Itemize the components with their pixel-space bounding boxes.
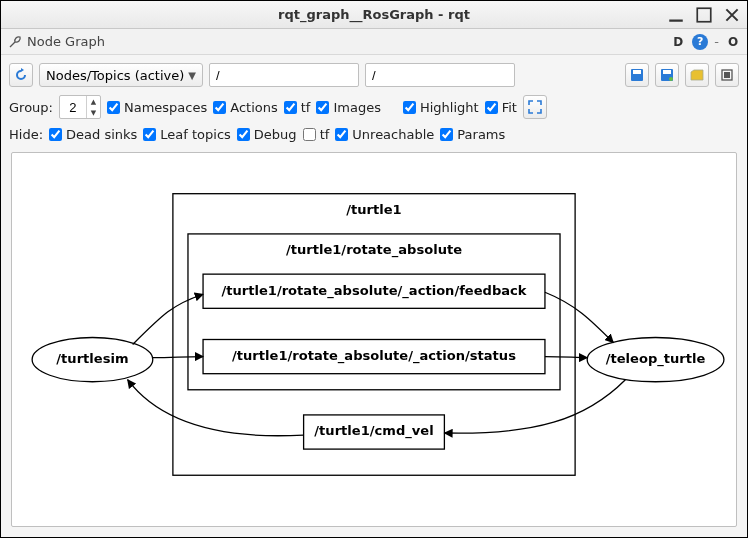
topic-cmdvel-label: /turtle1/cmd_vel: [314, 424, 433, 440]
close-button[interactable]: [723, 6, 741, 24]
svg-rect-8: [724, 72, 730, 78]
node-teleop-label: /teleop_turtle: [606, 351, 706, 367]
edge-feedback-teleop: [545, 292, 613, 342]
tf-group-checkbox[interactable]: tf: [284, 100, 311, 115]
view-mode-label: Nodes/Topics (active): [46, 68, 184, 83]
debug-checkbox-input[interactable]: [237, 128, 250, 141]
namespaces-checkbox[interactable]: Namespaces: [107, 100, 207, 115]
graph-canvas[interactable]: /turtle1 /turtle1/rotate_absolute /turtl…: [11, 152, 737, 527]
group-depth-input[interactable]: [60, 96, 86, 118]
actions-checkbox[interactable]: Actions: [213, 100, 278, 115]
hide-label: Hide:: [9, 127, 43, 142]
images-checkbox-input[interactable]: [316, 101, 329, 114]
svg-rect-1: [697, 8, 711, 22]
group-label: Group:: [9, 100, 53, 115]
unreachable-checkbox[interactable]: Unreachable: [335, 127, 434, 142]
help-icon[interactable]: ?: [692, 34, 708, 50]
toolbar-row-1: Nodes/Topics (active) ▼: [1, 55, 747, 91]
chevron-down-icon: ▼: [188, 70, 196, 81]
view-mode-combo[interactable]: Nodes/Topics (active) ▼: [39, 63, 203, 87]
save-dot-button[interactable]: [655, 63, 679, 87]
edge-status-teleop: [545, 357, 587, 358]
panel-title: Node Graph: [27, 34, 105, 49]
topic-feedback-label: /turtle1/rotate_absolute/_action/feedbac…: [221, 283, 526, 299]
unreachable-checkbox-input[interactable]: [335, 128, 348, 141]
wrench-icon[interactable]: [7, 34, 23, 50]
svg-rect-3: [633, 70, 641, 74]
debug-checkbox[interactable]: Debug: [237, 127, 297, 142]
highlight-checkbox-input[interactable]: [403, 101, 416, 114]
refresh-button[interactable]: [9, 63, 33, 87]
params-checkbox-input[interactable]: [440, 128, 453, 141]
fit-checkbox-input[interactable]: [485, 101, 498, 114]
params-checkbox[interactable]: Params: [440, 127, 505, 142]
tf-hide-checkbox-input[interactable]: [303, 128, 316, 141]
edge-turtlesim-feedback: [133, 294, 203, 344]
minimize-button[interactable]: [667, 6, 685, 24]
cluster-rotate-absolute-label: /turtle1/rotate_absolute: [286, 242, 462, 258]
svg-rect-5: [663, 70, 671, 74]
leaf-topics-checkbox[interactable]: Leaf topics: [143, 127, 231, 142]
highlight-checkbox[interactable]: Highlight: [403, 100, 479, 115]
toolbar-row-group: Group: ▲ ▼ Namespaces Actions tf Images: [1, 91, 747, 123]
images-checkbox[interactable]: Images: [316, 100, 381, 115]
leaf-topics-checkbox-input[interactable]: [143, 128, 156, 141]
save-image-button[interactable]: [625, 63, 649, 87]
spinner-up-icon[interactable]: ▲: [87, 96, 100, 107]
dock-button[interactable]: D: [670, 34, 686, 50]
spinner-down-icon[interactable]: ▼: [87, 107, 100, 118]
topic-filter-input[interactable]: [365, 63, 515, 87]
fit-view-button[interactable]: [523, 95, 547, 119]
subheader: Node Graph D ? - O: [1, 29, 747, 55]
cluster-turtle1-label: /turtle1: [346, 202, 401, 217]
tf-hide-checkbox[interactable]: tf: [303, 127, 330, 142]
edge-turtlesim-status: [153, 357, 203, 358]
topic-status-label: /turtle1/rotate_absolute/_action/status: [232, 348, 516, 364]
tf-group-checkbox-input[interactable]: [284, 101, 297, 114]
settings-button[interactable]: [715, 63, 739, 87]
fit-checkbox[interactable]: Fit: [485, 100, 517, 115]
group-depth-spinner[interactable]: ▲ ▼: [59, 95, 101, 119]
node-filter-input[interactable]: [209, 63, 359, 87]
dead-sinks-checkbox[interactable]: Dead sinks: [49, 127, 137, 142]
edge-teleop-cmdvel: [444, 380, 625, 433]
namespaces-checkbox-input[interactable]: [107, 101, 120, 114]
edge-cmdvel-turtlesim: [128, 380, 304, 436]
separator-dash: -: [714, 34, 719, 49]
load-dot-button[interactable]: [685, 63, 709, 87]
maximize-button[interactable]: [695, 6, 713, 24]
titlebar: rqt_graph__RosGraph - rqt: [1, 1, 747, 29]
svg-rect-0: [669, 20, 683, 22]
toolbar-row-hide: Hide: Dead sinks Leaf topics Debug tf Un…: [1, 123, 747, 146]
window-title: rqt_graph__RosGraph - rqt: [278, 7, 470, 22]
svg-point-6: [669, 77, 673, 81]
undock-button[interactable]: O: [725, 34, 741, 50]
node-turtlesim-label: /turtlesim: [56, 351, 128, 366]
dead-sinks-checkbox-input[interactable]: [49, 128, 62, 141]
actions-checkbox-input[interactable]: [213, 101, 226, 114]
